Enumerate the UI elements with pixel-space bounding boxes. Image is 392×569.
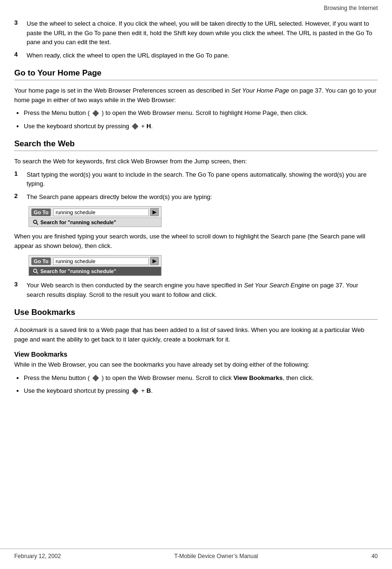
search-intro: To search the Web for keywords, first cl… [14,157,378,166]
goto-row-1: Go To running schedule ▶ [29,207,161,218]
search-row-normal: Search for "running schedule" [29,218,161,227]
search-engine-italic: Set Your Search Engine [244,282,310,289]
bookmarks-key-b: B [146,387,151,394]
step-4-text: When ready, click the wheel to open the … [27,51,378,60]
search-between-text: When you are finished typing your search… [14,232,378,250]
menu-btn-icon-4 [132,388,138,395]
bookmarks-bullet-2: Use the keyboard shortcut by pressing + … [24,386,378,396]
home-bullet-list: Press the Menu button ( ) to open the We… [24,108,378,131]
header-title: Browsing the Internet [324,5,378,11]
home-key-h: H [146,123,151,130]
page-footer: February 12, 2002 T-Mobile Device Owner’… [0,549,392,560]
home-italic-ref: Set Your Home Page [231,87,289,94]
search-step-2-block: 2 The Search pane appears directly below… [14,192,378,202]
svg-line-3 [37,272,38,274]
step-4-number: 4 [14,51,24,58]
section-search-heading: Search the Web [14,139,378,149]
svg-line-1 [37,223,38,225]
bookmarks-bullet-list: Press the Menu button ( ) to open the We… [24,373,378,396]
home-intro: Your home page is set in the Web Browser… [14,86,378,104]
footer-right: 40 [372,553,378,560]
search-step-1-block: 1 Start typing the word(s) you want to i… [14,170,378,189]
bookmark-italic: bookmark [20,326,47,333]
goto-go-btn-1[interactable]: ▶ [150,208,159,216]
search-icon-1 [33,219,38,225]
menu-btn-icon-3 [92,375,99,381]
search-step-1-number: 1 [14,170,24,177]
home-bullet-1: Press the Menu button ( ) to open the We… [24,108,378,118]
search-row-highlighted: Search for "running schedule" [29,267,161,275]
goto-label-2: Go To [31,257,51,265]
search-step-2-number: 2 [14,192,24,199]
home-section-rule [14,80,378,80]
search-text-normal-1: Search for "running schedule" [40,219,116,225]
step-3-text: Use the wheel to select a choice. If you… [27,19,378,47]
svg-point-2 [34,269,37,273]
goto-input-field-1: running schedule [53,209,149,216]
goto-label-1: Go To [31,209,51,216]
footer-left: February 12, 2002 [14,553,61,560]
search-icon-2 [33,268,38,274]
page-content: 3 Use the wheel to select a choice. If y… [0,14,392,428]
step-3-block: 3 Use the wheel to select a choice. If y… [14,19,378,47]
bookmarks-bullet-1: Press the Menu button ( ) to open the We… [24,373,378,383]
menu-btn-icon-2 [132,123,138,130]
step-3-number: 3 [14,19,24,26]
search-step-3-block: 3 Your Web search is then conducted by t… [14,281,378,299]
view-bookmarks-intro: While in the Web Browser, you can see th… [14,360,378,370]
goto-pane-wrapper-2: Go To running schedule ▶ Search for "run… [14,255,378,276]
section-home-heading: Go to Your Home Page [14,68,378,78]
goto-input-field-2: running schedule [53,257,149,265]
search-step-1-text: Start typing the word(s) you want to inc… [27,170,378,189]
goto-go-btn-2[interactable]: ▶ [150,257,159,265]
step-4-block: 4 When ready, click the wheel to open th… [14,51,378,60]
bookmarks-intro: A bookmark is a saved link to a Web page… [14,325,378,344]
footer-center: T-Mobile Device Owner’s Manual [174,553,258,560]
goto-row-2: Go To running schedule ▶ [29,256,161,267]
goto-pane-wrapper-1: Go To running schedule ▶ Search for "run… [14,206,378,227]
search-section-rule [14,151,378,151]
search-step-3-number: 3 [14,281,24,288]
menu-btn-icon-1 [92,110,99,117]
svg-point-0 [34,220,37,224]
goto-pane-2: Go To running schedule ▶ Search for "run… [29,255,162,276]
search-step-2-text: The Search pane appears directly below t… [27,192,378,202]
view-bookmarks-subheading: View Bookmarks [14,351,378,358]
goto-pane-1: Go To running schedule ▶ Search for "run… [29,206,162,227]
search-text-highlighted-2: Search for "running schedule" [40,268,116,274]
home-bullet-2: Use the keyboard shortcut by pressing + … [24,122,378,131]
view-bookmarks-bold: View Bookmarks [233,374,283,381]
page-header: Browsing the Internet [0,0,392,14]
section-bookmarks-heading: Use Bookmarks [14,308,378,317]
bookmarks-section-rule [14,319,378,320]
search-step-3-text: Your Web search is then conducted by the… [27,281,378,299]
